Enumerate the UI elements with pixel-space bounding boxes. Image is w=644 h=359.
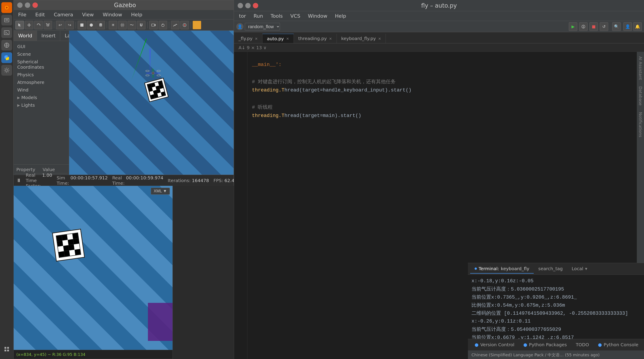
ide-menu-tor[interactable]: tor	[236, 12, 248, 20]
bottom-tab-todo[interactable]: TODO	[571, 340, 594, 350]
toolbar-wave-btn[interactable]: 〜	[128, 21, 136, 29]
toolbar-redo-btn[interactable]: ↪	[65, 21, 74, 29]
bottom-aruco-inner	[56, 233, 81, 258]
simtime-label: Sim Time:	[56, 175, 69, 186]
ide-menu-vcs[interactable]: VCS	[288, 12, 303, 20]
taskbar-firefox-icon[interactable]	[1, 2, 12, 13]
ide-reload-btn[interactable]: ↺	[600, 22, 608, 31]
ide-menu-window[interactable]: Window	[305, 12, 330, 20]
toolbar-orange-btn[interactable]	[193, 21, 201, 29]
iterations-item: Iterations: 164478	[168, 178, 209, 183]
terminal-main[interactable]: x:-0.18,y:0.16z:-0.05 当前气压计高度：5.03600025…	[468, 275, 644, 339]
ide-tab-keyboard-fly[interactable]: keyboard_fly.py ×	[337, 34, 386, 43]
database-label[interactable]: Database	[637, 84, 644, 108]
toolbar-magnet-btn[interactable]	[137, 21, 146, 29]
toolbar-sun-btn[interactable]: ☀	[109, 21, 117, 29]
tree-item-atmosphere[interactable]: Atmosphere	[14, 78, 69, 86]
gazebo-menu-help[interactable]: Help	[129, 11, 144, 18]
toolbar-scale-btn[interactable]	[44, 21, 52, 29]
bottom-tab-python-console[interactable]: ● Python Console	[594, 340, 643, 350]
taskbar-python-icon[interactable]	[1, 52, 12, 63]
toolbar-translate-btn[interactable]	[25, 21, 33, 29]
gazebo-maximize-btn[interactable]	[25, 2, 30, 8]
toolbar-rotate-btn[interactable]	[34, 21, 43, 29]
term-line-1: x:-0.18,y:0.16z:-0.05	[472, 277, 644, 285]
toolbar-sep-1	[54, 22, 54, 28]
ide-minimize-btn[interactable]	[238, 3, 243, 8]
tree-item-scene[interactable]: Scene	[14, 50, 69, 58]
xml-btn[interactable]: XML ▼	[151, 188, 170, 195]
gazebo-minimize-btn[interactable]	[17, 2, 22, 8]
notifications-label[interactable]: Notifications	[637, 110, 644, 140]
ide-debug-btn[interactable]	[579, 22, 588, 31]
ide-search-btn[interactable]: 🔍	[612, 22, 621, 31]
tree-item-gui[interactable]: GUI	[14, 43, 69, 50]
term-val-1: x:-0.18,y:0.16z:-0.05	[472, 278, 534, 284]
gazebo-menu-window[interactable]: Window	[100, 11, 124, 18]
gazebo-viewport[interactable]	[69, 31, 234, 175]
toolbar-cylinder-btn[interactable]	[96, 21, 105, 29]
ide-tab-fly[interactable]: _fly.py ×	[234, 34, 262, 43]
ide-tab-auto[interactable]: auto.py ×	[262, 34, 294, 43]
svg-point-46	[583, 27, 584, 28]
toolbar-sphere-btn[interactable]	[87, 21, 96, 29]
ide-tab-auto-close[interactable]: ×	[286, 36, 289, 41]
ide-user-btn[interactable]: 👤	[624, 22, 632, 31]
code-line-2: __main__':	[248, 60, 637, 69]
toolbar-record-btn[interactable]	[180, 21, 189, 29]
svg-point-24	[90, 23, 93, 27]
gazebo-menu-file[interactable]: File	[16, 11, 29, 18]
gazebo-toolbar: ↩ ↪ ☀ 〜	[14, 19, 234, 31]
gazebo-menu-camera[interactable]: Camera	[52, 11, 75, 18]
gazebo-menu-edit[interactable]: Edit	[33, 11, 47, 18]
ide-tab-threading[interactable]: threading.py ×	[294, 34, 337, 43]
ai-assistant-label[interactable]: AI Assistant	[637, 54, 644, 82]
taskbar-terminal-icon[interactable]	[1, 27, 12, 38]
line-num	[234, 111, 246, 120]
ide-stop-btn[interactable]: ■	[590, 22, 598, 31]
ide-run-btn[interactable]: ▶	[569, 22, 577, 31]
taskbar-network-icon[interactable]	[1, 40, 12, 50]
bottom-tab-vcs[interactable]: ● Version Control	[470, 340, 519, 350]
ide-tab-keyboard-fly-close[interactable]: ×	[378, 36, 381, 41]
ide-menu-help[interactable]: Help	[332, 12, 349, 20]
ide-menu-run[interactable]: Run	[251, 12, 266, 20]
taskbar-grid-icon[interactable]	[1, 344, 12, 355]
tree-item-spherical-coords[interactable]: Spherical Coordinates	[14, 58, 69, 71]
tree-item-lights[interactable]: ▶ Lights	[14, 101, 69, 109]
term-tab-local[interactable]: Local ▾	[567, 264, 592, 274]
term-tab-search[interactable]: search_tag	[534, 264, 567, 274]
taskbar-settings-icon[interactable]	[1, 65, 12, 76]
gazebo-close-btn[interactable]	[32, 2, 38, 8]
ide-tab-fly-close[interactable]: ×	[255, 36, 258, 41]
taskbar-files-icon[interactable]	[1, 15, 12, 25]
toolbar-camera2-btn[interactable]	[159, 21, 167, 29]
tree-item-models[interactable]: ▶ Models	[14, 94, 69, 101]
term-tab-terminal[interactable]: Terminal: keyboard_fly	[470, 264, 534, 274]
bottom-tab-python-packages[interactable]: ● Python Packages	[519, 340, 571, 350]
toolbar-undo-btn[interactable]: ↩	[56, 21, 64, 29]
toolbar-select-btn[interactable]	[16, 21, 24, 29]
tree-item-lights-label: Lights	[21, 102, 35, 108]
tree-item-wind[interactable]: Wind	[14, 86, 69, 94]
ide-notification-btn[interactable]: 🔔	[633, 22, 642, 31]
bottom-tab-problems[interactable]: Problems	[643, 340, 644, 350]
ide-close-btn[interactable]	[253, 3, 258, 8]
term-val-4: 比例位置x:0.54m,y:0.675m,z:5.036m	[472, 302, 565, 309]
user-avatar[interactable]: 👤	[236, 23, 244, 30]
ide-maximize-btn[interactable]	[245, 3, 250, 8]
toolbar-chart-btn[interactable]	[171, 21, 180, 29]
bottom-viewport[interactable]: XML ▼	[14, 186, 172, 350]
branch-selector[interactable]: random_flow	[245, 23, 280, 30]
world-tab-world[interactable]: World	[14, 31, 37, 41]
toolbar-box-btn[interactable]	[78, 21, 86, 29]
tree-item-physics[interactable]: Physics	[14, 71, 69, 78]
world-tab-insert[interactable]: Insert	[37, 31, 60, 41]
ide-menubar: tor Run Tools VCS Window Help	[234, 11, 644, 21]
ide-tab-threading-close[interactable]: ×	[329, 36, 332, 41]
pause-icon[interactable]: ⏸	[16, 178, 21, 183]
toolbar-grid-btn[interactable]	[118, 21, 127, 29]
toolbar-camera1-btn[interactable]	[149, 21, 158, 29]
gazebo-menu-view[interactable]: View	[80, 11, 96, 18]
ide-menu-tools[interactable]: Tools	[268, 12, 285, 20]
